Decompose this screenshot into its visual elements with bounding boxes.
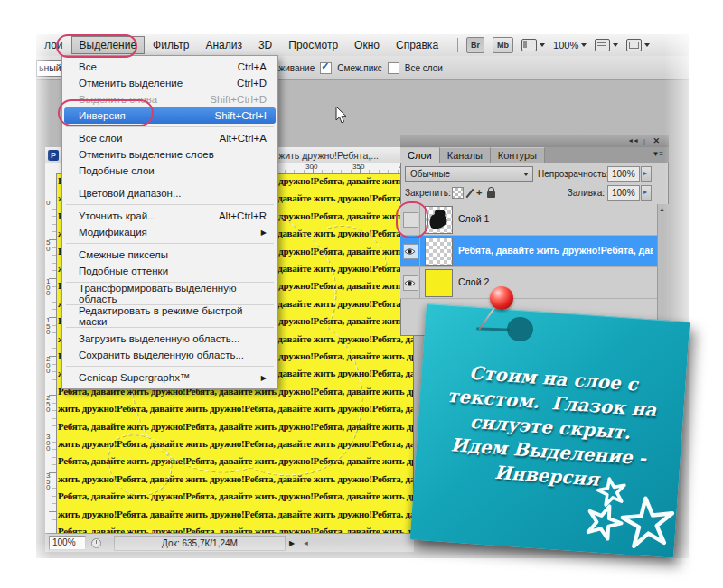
- view-extras-icon: [595, 39, 610, 51]
- lock-buttons: +: [452, 187, 495, 199]
- layers-scrollbar[interactable]: ▲: [657, 204, 669, 336]
- menu-item-Справка[interactable]: Справка: [388, 36, 446, 54]
- fill-spinner[interactable]: [641, 185, 652, 201]
- pin-shadow-ball: [507, 317, 533, 341]
- menu-item-label: Уточнить край...: [79, 210, 156, 221]
- bridge-button[interactable]: Br: [466, 37, 484, 53]
- tab-Слои[interactable]: Слои: [400, 147, 440, 163]
- tab-Каналы[interactable]: Каналы: [440, 147, 491, 163]
- screenshot-stage: лоиВыделениеФильтрАнализ3DПросмотрОкноСп…: [0, 0, 723, 588]
- layer-row-2[interactable]: Ребята, давайте жить дружно!Ребята, дав.…: [400, 236, 657, 267]
- opacity-spinner[interactable]: [641, 166, 652, 182]
- menu-item-Цветовой диапазон...[interactable]: Цветовой диапазон...: [64, 185, 276, 201]
- menu-item-Genicap Supergraphx™[interactable]: Genicap Supergraphx™▶: [64, 369, 276, 386]
- menu-item-label: Все: [79, 61, 97, 72]
- menu-item-Отменить выделение слоев[interactable]: Отменить выделение слоев: [64, 146, 276, 163]
- menu-item-Окно[interactable]: Окно: [346, 36, 388, 54]
- lock-row: Закрепить: + Заливка: 100%: [400, 185, 669, 204]
- toolbar-divider: [457, 38, 458, 52]
- scroll-up-icon[interactable]: ▲: [659, 206, 665, 212]
- menu-item-Модификация[interactable]: Модификация▶: [64, 224, 276, 240]
- tool-preset-fragment[interactable]: ьный: [36, 60, 64, 77]
- menu-item-Все[interactable]: ВсеCtrl+A: [64, 59, 276, 75]
- menu-item-Смежные пикселы[interactable]: Смежные пикселы: [64, 247, 276, 263]
- fill-value[interactable]: 100%: [607, 185, 640, 201]
- silhouette-icon: [426, 207, 450, 231]
- fill-label: Заливка:: [565, 188, 605, 198]
- menu-separator: [66, 327, 274, 328]
- lock-label: Закрепить:: [405, 188, 451, 198]
- chevron-down-icon: [540, 43, 545, 47]
- layer-thumbnail[interactable]: [425, 269, 453, 297]
- annotation-circle-inverse-item: [58, 99, 154, 126]
- opacity-value[interactable]: 100%: [607, 166, 640, 182]
- v-ruler-number: 150: [46, 318, 53, 336]
- menu-separator: [66, 126, 274, 127]
- menu-item-Трансформировать выделенную область[interactable]: Трансформировать выделенную область: [64, 285, 276, 302]
- menu-item-Сохранить выделенную область...[interactable]: Сохранить выделенную область...: [64, 347, 276, 363]
- antialias-label-fragment: аживание: [274, 63, 315, 73]
- tab-Контуры[interactable]: Контуры: [491, 147, 545, 163]
- star-icon-3: [621, 497, 673, 548]
- menu-item-Просмотр[interactable]: Просмотр: [280, 36, 346, 54]
- visibility-cell[interactable]: [400, 267, 420, 298]
- document-file-icon: P: [48, 150, 59, 161]
- menu-item-Отменить выделение[interactable]: Отменить выделениеCtrl+D: [64, 75, 276, 91]
- menu-item-label: Загрузить выделенную область...: [79, 333, 239, 344]
- menu-separator: [66, 182, 274, 182]
- eye-icon: [404, 277, 416, 289]
- vertical-ruler: 050100150200250300350: [45, 173, 57, 533]
- layer-name: Ребята, давайте жить дружно!Ребята, дав.…: [458, 245, 653, 256]
- menu-item-shortcut: Ctrl+A: [238, 61, 267, 72]
- blend-mode-select[interactable]: Обычные: [405, 166, 533, 182]
- contiguous-checkbox[interactable]: [320, 62, 332, 74]
- lock-position-icon[interactable]: +: [476, 188, 482, 198]
- close-panel-icon[interactable]: ✕: [653, 136, 660, 145]
- layers-panel-header: ◄◄ | ✕: [400, 135, 669, 148]
- lock-all-icon[interactable]: [487, 191, 495, 198]
- menu-item-shortcut: Alt+Ctrl+R: [219, 210, 267, 221]
- menu-item-label: Сохранить выделенную область...: [79, 350, 244, 360]
- view-extras-button[interactable]: [595, 39, 618, 51]
- menu-item-Анализ[interactable]: Анализ: [197, 36, 250, 54]
- layer-thumbnail[interactable]: [425, 206, 453, 234]
- menu-item-Фильтр[interactable]: Фильтр: [145, 36, 197, 54]
- menu-item-3D[interactable]: 3D: [250, 36, 280, 54]
- layers-panel-tabs: СлоиКаналыКонтуры▼≡: [400, 147, 669, 163]
- screen-mode-icon: [626, 39, 642, 51]
- layer-row-3[interactable]: Слой 2: [400, 267, 657, 299]
- star-icon-2: [587, 505, 623, 540]
- menu-item-Загрузить выделенную область...[interactable]: Загрузить выделенную область...: [64, 331, 276, 347]
- menu-item-Подобные оттенки[interactable]: Подобные оттенки: [64, 263, 276, 279]
- menu-item-Уточнить край...[interactable]: Уточнить край...Alt+Ctrl+R: [64, 208, 276, 224]
- zoom-level-value: 100%: [553, 40, 578, 51]
- arrange-documents-icon: [521, 39, 537, 51]
- menu-item-Редактировать в режиме быстрой маски[interactable]: Редактировать в режиме быстрой маски: [64, 308, 276, 324]
- visibility-toggle[interactable]: [403, 244, 418, 259]
- menu-item-shortcut: Ctrl+D: [237, 78, 267, 89]
- horizontal-scrollbar-left-icon[interactable]: ◂: [304, 538, 308, 547]
- visibility-cell[interactable]: [400, 236, 420, 266]
- lock-pixels-icon[interactable]: [466, 188, 474, 198]
- v-ruler-number: 350: [46, 473, 53, 491]
- v-ruler-number: 50: [46, 240, 53, 252]
- menu-item-Подобные слои[interactable]: Подобные слои: [64, 163, 276, 179]
- panel-menu-icon[interactable]: ▼≡: [652, 150, 663, 158]
- layer-thumbnail[interactable]: [425, 238, 453, 266]
- status-flyout-arrow-icon[interactable]: ▶: [289, 539, 295, 547]
- collapse-panel-icon[interactable]: ◄◄: [627, 137, 638, 144]
- mini-bridge-button[interactable]: Mb: [493, 37, 513, 53]
- all-layers-checkbox[interactable]: [388, 62, 399, 74]
- screen-mode-button[interactable]: [626, 39, 650, 51]
- menu-item-label: Редактировать в режиме быстрой маски: [79, 305, 267, 327]
- layer-row-1[interactable]: Слой 1: [400, 204, 657, 236]
- menu-item-label: Отменить выделение: [79, 78, 183, 89]
- zoom-level-button[interactable]: 100%: [553, 40, 587, 51]
- v-ruler-number: 250: [46, 396, 53, 414]
- arrange-documents-button[interactable]: [521, 39, 545, 51]
- status-zoom-input[interactable]: 100%: [49, 536, 86, 550]
- visibility-toggle[interactable]: [403, 275, 418, 291]
- application-bar: Br Mb 100%: [457, 37, 650, 53]
- menu-item-Все слои[interactable]: Все слоиAlt+Ctrl+A: [64, 130, 276, 146]
- lock-transparency-icon[interactable]: [452, 187, 464, 199]
